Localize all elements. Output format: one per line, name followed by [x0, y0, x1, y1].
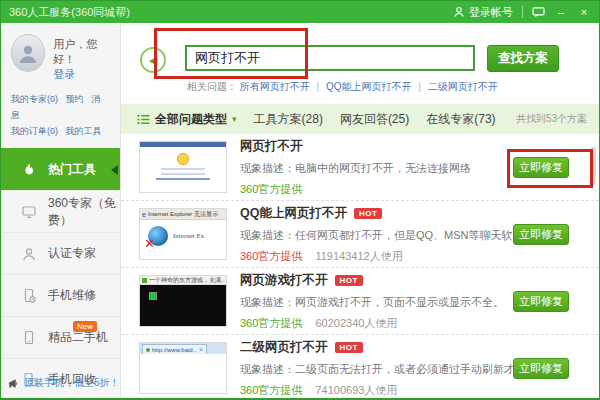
related-separator: | — [418, 81, 421, 92]
warning-face-icon — [177, 153, 189, 165]
new-badge: New — [73, 321, 97, 332]
sidebar-item-certified-experts[interactable]: 认证专家 — [1, 232, 120, 274]
item-provider: 360官方提供 — [240, 384, 302, 396]
user-icon — [453, 6, 465, 18]
user-card: 用户，您好！ 登录 我的专家(0) 预约 消息 我的订单(0) 我的工具 — [1, 23, 120, 145]
scrollbar[interactable] — [590, 147, 596, 185]
item-provider: 360官方提供 — [240, 250, 302, 262]
login-link[interactable]: 登录 — [53, 67, 112, 82]
find-solution-button[interactable]: 查找方案 — [487, 45, 559, 72]
related-label: 相关问题： — [187, 81, 237, 92]
item-users-count: 74100693人使用 — [315, 384, 397, 396]
filter-label: 全部问题类型 — [155, 111, 227, 128]
related-separator: | — [317, 81, 320, 92]
titlebar: 360人工服务(360同城帮) 登录帐号 – × — [1, 1, 599, 23]
solution-list: 网页打不开 现象描述：电脑中的网页打不开，无法连接网络 360官方提供 立即修复… — [121, 134, 599, 399]
user-greeting: 用户，您好！ — [53, 37, 112, 67]
game-favicon — [142, 278, 147, 283]
item-thumbnail-errorpage — [139, 141, 227, 193]
fix-now-button[interactable]: 立即修复 — [513, 358, 569, 379]
list-item[interactable]: 一个神奇的东方游戏，充满.. 网页游戏打不开 HOT 现象描述：网页游戏打不开，… — [121, 268, 599, 335]
sidebar-item-hot-tools[interactable]: 热门工具 — [1, 148, 120, 190]
fix-now-button[interactable]: 立即修复 — [513, 224, 569, 245]
list-item[interactable]: eInternet Explorer 无法显示 ✕ Internet Ex QQ… — [121, 201, 599, 268]
result-count: 共找到53个方案 — [516, 112, 587, 126]
sidebar-item-phone-repair[interactable]: 手机维修 — [1, 274, 120, 316]
feedback-icon[interactable] — [532, 7, 545, 18]
tab-tool-solutions[interactable]: 工具方案(28) — [254, 111, 323, 128]
hot-badge: HOT — [335, 275, 363, 286]
expert-icon — [21, 246, 37, 262]
list-item[interactable]: http://www.baid..× 二级网页打不开 HOT 现象描述：二级页面… — [121, 335, 599, 399]
promo-link[interactable]: 原装手机，低至5折！ — [8, 376, 120, 390]
tab-user-answers[interactable]: 网友回答(25) — [340, 111, 409, 128]
promo-label: 原装手机，低至5折！ — [24, 376, 120, 390]
back-arrow-icon: ◀ — [149, 54, 157, 67]
sidebar-item-label: 认证专家 — [48, 245, 96, 262]
tab-online-experts[interactable]: 在线专家(73) — [426, 111, 495, 128]
active-notch — [111, 165, 118, 175]
sidebar-item-360-experts[interactable]: 360专家（免费） — [1, 190, 120, 232]
sidebar-item-label: 热门工具 — [48, 161, 96, 178]
list-icon — [137, 114, 150, 125]
related-link[interactable]: QQ能上网页打不开 — [326, 81, 412, 92]
globe-error-icon: ✕ — [148, 226, 168, 246]
ie-icon: e — [142, 211, 146, 218]
item-users-count: 60202340人使用 — [315, 317, 397, 329]
item-description: 现象描述：电脑中的网页打不开，无法连接网络 — [240, 161, 513, 176]
phone-icon — [21, 330, 37, 346]
item-thumbnail-ie-error: eInternet Explorer 无法显示 ✕ Internet Ex — [139, 208, 227, 260]
avatar — [11, 34, 45, 72]
filter-all-types[interactable]: 全部问题类型 ▾ — [137, 111, 237, 128]
hot-badge: HOT — [335, 342, 363, 353]
fix-now-button[interactable]: 立即修复 — [513, 157, 569, 178]
item-description: 现象描述：二级页面无法打开，或者必须通过手动刷新才能打开。 — [240, 362, 513, 377]
item-provider: 360官方提供 — [240, 183, 302, 195]
chevron-down-icon: ▾ — [232, 114, 237, 124]
close-button[interactable]: × — [577, 5, 591, 19]
tab-bar: 全部问题类型 ▾ 工具方案(28) 网友回答(25) 在线专家(73) 共找到5… — [121, 104, 599, 134]
login-account-button[interactable]: 登录帐号 — [453, 5, 513, 20]
booking-link[interactable]: 预约 — [66, 94, 84, 104]
my-experts-link[interactable]: 我的专家(0) — [11, 94, 58, 104]
my-orders-link[interactable]: 我的订单(0) — [11, 126, 58, 136]
related-link[interactable]: 二级网页打不开 — [428, 81, 498, 92]
item-title: 二级网页打不开 — [240, 339, 328, 356]
item-users-count: 119143412人使用 — [315, 250, 402, 262]
megaphone-icon — [8, 378, 20, 389]
phone-repair-icon — [21, 288, 37, 304]
minimize-button[interactable]: – — [554, 5, 568, 19]
titlebar-divider — [522, 6, 523, 18]
hot-badge: HOT — [354, 208, 382, 219]
monitor-icon — [21, 204, 37, 220]
flame-icon — [21, 162, 37, 178]
tab-favicon — [146, 348, 150, 352]
item-title: 网页打不开 — [240, 138, 303, 155]
item-provider: 360官方提供 — [240, 317, 302, 329]
fix-now-button[interactable]: 立即修复 — [513, 291, 569, 312]
sidebar-menu: 热门工具 360专家（免费） 认证专家 手机维修 — [1, 148, 120, 400]
person-icon — [16, 41, 40, 65]
item-thumbnail-browser-tab: http://www.baid..× — [139, 342, 227, 394]
item-title: QQ能上网页打不开 — [240, 205, 347, 222]
item-thumbnail-game-page: 一个神奇的东方游戏，充满.. — [139, 275, 227, 327]
sidebar: 用户，您好！ 登录 我的专家(0) 预约 消息 我的订单(0) 我的工具 — [1, 23, 121, 399]
my-tools-link[interactable]: 我的工具 — [66, 126, 102, 136]
sidebar-item-used-phones[interactable]: 精品二手机 New — [1, 316, 120, 358]
back-button[interactable]: ◀ — [140, 47, 166, 73]
main-panel: ◀ 查找方案 相关问题： 所有网页打不开 | QQ能上网页打不开 | 二级网页打… — [121, 23, 599, 399]
item-description: 现象描述：网页游戏打不开，页面不显示或显示不全。 — [240, 295, 513, 310]
login-account-label: 登录帐号 — [469, 5, 513, 20]
item-description: 现象描述：任何网页都打不开，但是QQ、MSN等聊天软件能正常使用... — [240, 228, 513, 243]
window-title: 360人工服务(360同城帮) — [9, 5, 130, 20]
search-input[interactable] — [185, 45, 475, 71]
sidebar-item-label: 360专家（免费） — [48, 195, 120, 229]
user-links: 我的专家(0) 预约 消息 我的订单(0) 我的工具 — [11, 91, 112, 139]
related-link[interactable]: 所有网页打不开 — [240, 81, 310, 92]
app-window: 360人工服务(360同城帮) 登录帐号 – × 用户，您好！ — [0, 0, 600, 400]
list-item[interactable]: 网页打不开 现象描述：电脑中的网页打不开，无法连接网络 360官方提供 立即修复 — [121, 134, 599, 201]
related-questions: 相关问题： 所有网页打不开 | QQ能上网页打不开 | 二级网页打不开 — [187, 80, 498, 94]
item-title: 网页游戏打不开 — [240, 272, 328, 289]
sidebar-item-label: 手机维修 — [48, 287, 96, 304]
